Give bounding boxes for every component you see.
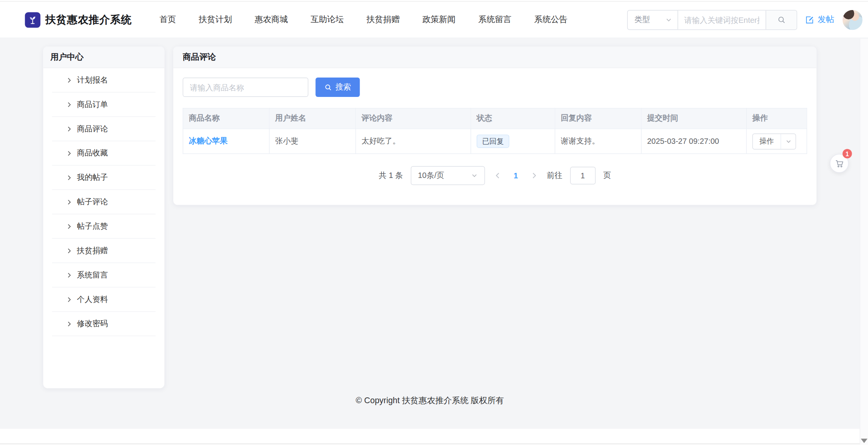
page-size-value: 10条/页	[418, 171, 444, 181]
keyword-search-input[interactable]	[678, 10, 766, 29]
page-unit-label: 页	[603, 171, 611, 181]
chevron-right-icon	[66, 296, 72, 303]
sidebar-item-plan-enroll[interactable]: 计划报名	[52, 68, 155, 93]
sidebar-item-product-favorites[interactable]: 商品收藏	[52, 141, 155, 166]
nav-item-policy-news[interactable]: 政策新闻	[422, 14, 456, 25]
main-nav: 首页 扶贫计划 惠农商城 互助论坛 扶贫捐赠 政策新闻 系统留言 系统公告	[159, 14, 567, 25]
sidebar-item-profile[interactable]: 个人资料	[52, 287, 155, 312]
chevron-right-icon	[66, 198, 72, 205]
chevron-right-icon	[66, 174, 72, 181]
column-reply: 回复内容	[555, 108, 641, 129]
brand[interactable]: 扶贫惠农推介系统	[25, 12, 132, 28]
sidebar-title: 用户中心	[43, 47, 164, 68]
cart-button[interactable]: 1	[830, 154, 849, 173]
sidebar-item-messages[interactable]: 系统留言	[52, 263, 155, 288]
edit-pen-icon	[806, 15, 815, 24]
chevron-down-icon	[471, 172, 478, 179]
product-comments-panel: 商品评论 搜索 商品名称 用户姓名	[173, 47, 816, 205]
nav-item-home[interactable]: 首页	[159, 14, 176, 25]
row-action-label: 操作	[753, 136, 780, 146]
pagination: 共 1 条 10条/页 1 前往 页	[173, 166, 816, 185]
panel-title: 商品评论	[173, 47, 816, 68]
column-product-name: 商品名称	[183, 108, 269, 129]
chevron-right-icon	[66, 320, 72, 327]
next-page-button[interactable]	[529, 172, 539, 179]
sidebar-item-product-orders[interactable]: 商品订单	[52, 93, 155, 117]
column-comment: 评论内容	[356, 108, 471, 129]
chevron-right-icon	[66, 150, 72, 156]
chevron-right-icon	[66, 272, 72, 278]
page-background: 用户中心 计划报名 商品订单 商品评论 商品收藏 我的帖子 帖子评论 帖子点赞 …	[0, 38, 868, 444]
column-user-name: 用户姓名	[269, 108, 356, 129]
chevron-left-icon	[494, 172, 501, 179]
pagination-total: 共 1 条	[379, 171, 403, 181]
cell-comment: 太好吃了。	[356, 129, 471, 154]
table-header-row: 商品名称 用户姓名 评论内容 状态 回复内容 提交时间 操作	[183, 108, 807, 129]
header-right: 类型 发帖	[627, 10, 863, 29]
sprout-logo-icon	[25, 12, 40, 28]
type-select-value: 类型	[634, 15, 650, 25]
sidebar-item-change-password[interactable]: 修改密码	[52, 312, 155, 336]
column-time: 提交时间	[641, 108, 746, 129]
type-select[interactable]: 类型	[628, 10, 678, 29]
nav-item-mall[interactable]: 惠农商城	[255, 14, 288, 25]
header-search-group: 类型	[627, 10, 797, 29]
current-page[interactable]: 1	[510, 171, 521, 180]
cell-reply: 谢谢支持。	[555, 129, 641, 154]
product-name-input[interactable]	[183, 78, 308, 97]
post-link-label: 发帖	[818, 14, 834, 25]
goto-page-input[interactable]	[570, 167, 596, 185]
header-search-button[interactable]	[766, 10, 797, 29]
sidebar-item-my-posts[interactable]: 我的帖子	[52, 166, 155, 190]
search-button[interactable]: 搜索	[315, 78, 360, 97]
magnifier-icon	[324, 83, 332, 91]
chevron-right-icon	[66, 247, 72, 254]
chevron-right-icon	[66, 101, 72, 108]
page-size-select[interactable]: 10条/页	[411, 166, 485, 185]
top-navbar: 扶贫惠农推介系统 首页 扶贫计划 惠农商城 互助论坛 扶贫捐赠 政策新闻 系统留…	[0, 2, 868, 38]
column-status: 状态	[471, 108, 555, 129]
nav-item-messages[interactable]: 系统留言	[478, 14, 512, 25]
search-button-label: 搜索	[336, 82, 351, 92]
chevron-right-icon	[66, 126, 72, 132]
post-link[interactable]: 发帖	[806, 14, 834, 25]
chevron-right-icon	[66, 223, 72, 230]
scrollbar-track[interactable]	[860, 39, 868, 445]
search-row: 搜索	[173, 68, 816, 97]
cell-user-name: 张小斐	[269, 129, 356, 154]
nav-item-poverty-plan[interactable]: 扶贫计划	[199, 14, 232, 25]
sidebar-menu: 计划报名 商品订单 商品评论 商品收藏 我的帖子 帖子评论 帖子点赞 扶贫捐赠 …	[43, 68, 164, 336]
nav-item-donation[interactable]: 扶贫捐赠	[367, 14, 400, 25]
nav-item-forum[interactable]: 互助论坛	[310, 14, 344, 25]
table-row: 冰糖心苹果 张小斐 太好吃了。 已回复 谢谢支持。 2025-03-27 09:…	[183, 129, 807, 154]
goto-label: 前往	[547, 171, 562, 181]
footer-copyright: © Copyright 扶贫惠农推介系统 版权所有	[0, 395, 860, 406]
cell-time: 2025-03-27 09:27:00	[641, 129, 746, 154]
chevron-right-icon	[530, 172, 538, 179]
row-action-dropdown[interactable]: 操作	[752, 133, 796, 149]
chevron-down-icon	[780, 134, 796, 149]
sidebar-item-donations[interactable]: 扶贫捐赠	[52, 239, 155, 263]
chevron-down-icon	[665, 16, 672, 23]
cart-icon	[835, 159, 844, 168]
status-badge: 已回复	[477, 135, 509, 148]
sidebar-item-product-comments[interactable]: 商品评论	[52, 117, 155, 141]
product-name-link[interactable]: 冰糖心苹果	[189, 136, 227, 145]
sidebar-item-post-likes[interactable]: 帖子点赞	[52, 214, 155, 239]
cart-badge: 1	[842, 149, 852, 158]
magnifier-icon	[777, 15, 786, 24]
scroll-down-arrow-icon[interactable]	[861, 438, 867, 443]
column-actions: 操作	[746, 108, 807, 129]
prev-page-button[interactable]	[493, 172, 503, 179]
sidebar-item-post-comments[interactable]: 帖子评论	[52, 190, 155, 214]
nav-item-announcements[interactable]: 系统公告	[534, 14, 568, 25]
user-avatar[interactable]	[842, 10, 862, 29]
brand-title: 扶贫惠农推介系统	[45, 12, 132, 27]
viewport: 扶贫惠农推介系统 首页 扶贫计划 惠农商城 互助论坛 扶贫捐赠 政策新闻 系统留…	[0, 0, 868, 447]
comments-table: 商品名称 用户姓名 评论内容 状态 回复内容 提交时间 操作 冰糖心苹果 张小斐	[183, 108, 807, 154]
chevron-right-icon	[66, 77, 72, 83]
user-center-panel: 用户中心 计划报名 商品订单 商品评论 商品收藏 我的帖子 帖子评论 帖子点赞 …	[43, 47, 164, 388]
